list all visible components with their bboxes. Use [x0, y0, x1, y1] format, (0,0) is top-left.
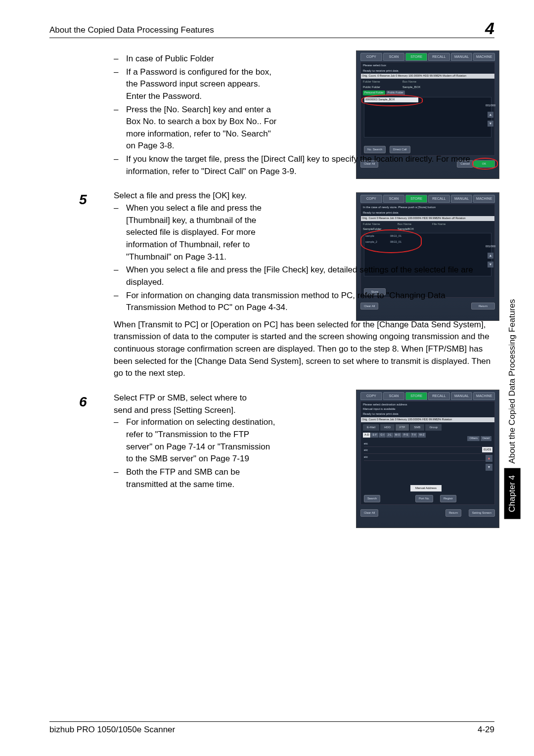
ss-cell: Sample_BOX [402, 85, 420, 89]
ss-strip: Orig. Count 0 Reserve Job 0 Memory 100.0… [361, 417, 494, 422]
ss-letter: T-V [410, 433, 418, 438]
ss-col: Folder Name [363, 222, 398, 226]
bullet: Press the [No. Search] key and enter a B… [126, 104, 277, 153]
ss-tab: RECALL [428, 195, 450, 203]
ss-btn: Setting Screen [469, 509, 495, 517]
ss-letter: J-L [386, 433, 393, 438]
step-tail: When [Transmit to PC] or [Operation on P… [114, 319, 494, 380]
ss-letter: A-D [363, 433, 370, 438]
ss-msg: Please select box [361, 62, 494, 69]
ss-btn: Registr [440, 495, 456, 502]
ss-tab: MACHINE [473, 53, 495, 61]
ss-tab: STORE [405, 195, 427, 203]
ss-col: Box Name [398, 222, 432, 226]
ss-label: Manual Address [410, 485, 442, 491]
page-header: About the Copied Data Processing Feature… [49, 20, 494, 38]
ss-strip: Orig. Count 0 Reserve Job 0 Memory 100.0… [361, 216, 494, 221]
step-number: 5 [79, 190, 87, 210]
arrow-down-icon: ▼ [488, 121, 493, 127]
ss-tab: SCAN [383, 53, 405, 61]
ss-letter: G-I [379, 433, 386, 438]
ss-tab: COPY [360, 53, 382, 61]
step-lead: Select a file and press the [OK] key. [114, 190, 265, 202]
ss-row: etc [364, 454, 491, 461]
ss-tab: Group [425, 424, 442, 431]
side-tab-section: About the Copied Data Processing Feature… [504, 294, 521, 469]
arrow-down-icon: ▼ [486, 464, 492, 471]
red-highlight-oval [361, 94, 423, 106]
ss-btn: No. Search [364, 146, 386, 153]
ss-row: etc [364, 447, 491, 454]
ss-btn: Port No. [415, 495, 433, 502]
ss-strip: Orig. Count. 0 Reserve Job 0 Memory 100.… [361, 74, 494, 79]
side-tab-chapter: Chapter 4 [504, 468, 521, 519]
ss-tab: SMB [410, 424, 424, 431]
page-footer: bizhub PRO 1050/1050e Scanner 4-29 [49, 721, 494, 736]
ss-status: Ready to receive print data [361, 69, 494, 74]
ss-btn: Return [445, 509, 461, 517]
ss-letter: E-F [371, 433, 378, 438]
footer-page: 4-29 [478, 724, 494, 736]
ss-tab: E-Mail [363, 424, 379, 431]
ss-tab: MACHINE [473, 392, 495, 400]
ss-btn: Direct Call [390, 146, 410, 153]
header-title: About the Copied Data Processing Feature… [49, 24, 214, 37]
ss-col: Folder Name [363, 80, 402, 84]
bullet: When you select a file and press the [Th… [126, 202, 277, 263]
ss-btn: Clear All [360, 509, 378, 517]
ss-tab: HDD [380, 424, 395, 431]
step-number: 6 [79, 392, 87, 412]
bullet: For information on selecting destination… [126, 416, 277, 465]
step-5: 5 COPY SCAN STORE RECALL MANUAL MACHINE … [114, 190, 494, 380]
footer-product: bizhub PRO 1050/1050e Scanner [49, 724, 175, 736]
chapter-number: 4 [485, 20, 494, 37]
bullet: For information on changing data transmi… [126, 290, 494, 314]
ss-tab: FTP [396, 424, 409, 431]
ss-cell: Public Folder [363, 85, 402, 89]
side-tab: Chapter 4 About the Copied Data Processi… [505, 232, 519, 519]
ss-letter: W-Z [418, 433, 426, 438]
ss-col: Box Name [402, 80, 416, 84]
step-lead: Select FTP or SMB, select where to send … [114, 392, 265, 416]
ss-page: 01/03 [482, 447, 492, 452]
ss-status: Ready to receive print data [361, 211, 494, 216]
ss-col: File Name [432, 222, 445, 226]
ss-count: 001/000 [486, 245, 495, 249]
ss-status: Ready to receive print data [361, 412, 494, 417]
arrow-up-icon: ▲ [486, 455, 492, 462]
bullet: When you select a file and press the [Fi… [126, 264, 494, 288]
ss-tab: SCAN [383, 195, 405, 203]
ss-letter: M-O [394, 433, 402, 438]
bullet: If a Password is configured for the box,… [126, 66, 277, 103]
ss-msg: In the case of newly store. Please push … [361, 204, 494, 211]
ss-tab: STORE [405, 53, 427, 61]
ss-tab: MANUAL [451, 195, 473, 203]
ss-tab: RECALL [428, 53, 450, 61]
ss-letter: P-S [402, 433, 409, 438]
arrow-up-icon: ▲ [488, 112, 493, 118]
pre-block: COPY SCAN STORE RECALL MANUAL MACHINE Pl… [114, 53, 494, 178]
ss-tab: SCAN [383, 392, 405, 400]
ss-btn: Detail [481, 436, 491, 441]
ss-msg: Please select destination address Manual… [361, 401, 494, 412]
bullet: Both the FTP and SMB can be transmitted … [126, 466, 277, 490]
ss-row: etc [364, 441, 491, 447]
red-highlight-oval [360, 229, 422, 253]
ss-tab: COPY [360, 392, 382, 400]
arrow-up-icon: ▲ [488, 253, 493, 259]
ss-tab: STORE [405, 392, 427, 400]
ss-tab: MANUAL [451, 392, 473, 400]
ss-tab: MACHINE [473, 195, 495, 203]
bullet: In case of Public Folder [126, 53, 277, 65]
step-6: 6 COPY SCAN STORE RECALL MANUAL MACHINE … [114, 392, 494, 490]
ss-tab: MANUAL [451, 53, 473, 61]
ss-btn: Search [364, 495, 380, 502]
screenshot-select-dest: COPY SCAN STORE RECALL MANUAL MACHINE Pl… [356, 390, 499, 528]
ss-btn: Others [467, 436, 480, 441]
ss-tab: RECALL [428, 392, 450, 400]
bullet: If you know the target file, press the [… [126, 153, 494, 178]
ss-count: 001/000 [486, 104, 495, 108]
ss-tab: COPY [360, 195, 382, 203]
